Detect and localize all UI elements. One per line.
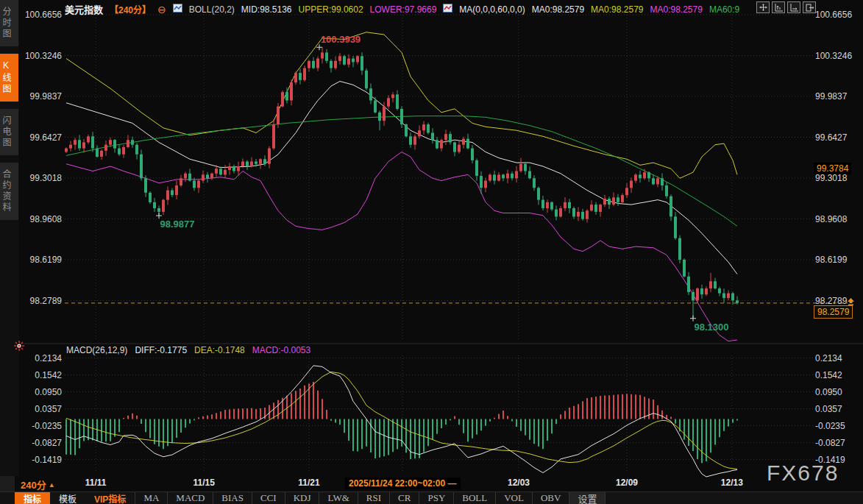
indicator-button-KDJ[interactable]: KDJ — [285, 492, 319, 504]
scale-horizontal-icon[interactable] — [787, 1, 800, 13]
x-axis: 240分▲ 11/1111/1511/212025/11/24 22:00~02… — [0, 475, 863, 491]
zoom-out-icon[interactable]: ⊖ — [157, 6, 166, 13]
indicator-button-LW&[interactable]: LW& — [319, 492, 357, 504]
toolbar-tab-VIP指标[interactable]: VIP指标 — [85, 492, 135, 504]
indicator-toolbar: 指标模板VIP指标MAMACDBIASCCIKDJLW&RSICRPSYBOLL… — [0, 491, 863, 504]
boll-mid-value: MID:98.5136 — [241, 4, 292, 15]
indicator-button-MA[interactable]: MA — [135, 492, 167, 504]
date-label: 11/15 — [193, 478, 215, 488]
ma-label: MA(0,0,0,60,0,0) — [459, 4, 525, 15]
indicator-icon[interactable] — [443, 4, 452, 15]
macd-axis-label: 0.2134 — [815, 353, 861, 363]
macd-axis-label: -0.1419 — [18, 455, 62, 465]
price-axis-label: 98.6199 — [18, 255, 62, 265]
window-controls — [756, 1, 816, 13]
overlay-lines — [66, 32, 737, 341]
sidebar-tab-flash-chart[interactable]: 闪电图 — [0, 109, 18, 155]
price-axis-label: 99.3018 — [815, 173, 861, 183]
macd-header: MACD(26,12,9) DIFF:-0.1775 DEA:-0.1748 M… — [66, 345, 310, 355]
indicator-icon[interactable] — [173, 4, 182, 15]
boll-upper-value: UPPER:99.0602 — [299, 4, 363, 15]
period-selector[interactable]: 240分▲ — [21, 478, 55, 491]
indicator-button-CR[interactable]: CR — [389, 492, 419, 504]
date-label: 11/21 — [298, 478, 319, 488]
date-label: 12/09 — [616, 478, 638, 488]
annotation-markers — [156, 44, 696, 321]
watermark: FX678 — [767, 461, 839, 486]
move-icon[interactable] — [756, 1, 770, 13]
candlestick-series — [65, 47, 739, 318]
alert-icon[interactable] — [14, 341, 24, 354]
macd-axis-label: 0.0357 — [18, 404, 62, 414]
price-axis-label: 98.2789 — [18, 296, 62, 306]
macd-axis-label: 0.0357 — [815, 404, 861, 414]
sidebar-tab-contract-info[interactable]: 合约资料 — [0, 163, 18, 220]
price-annotation: 98.1300 — [695, 322, 729, 333]
price-annotation: 98.9877 — [160, 219, 195, 230]
period-badge: 【240分】 — [110, 3, 151, 15]
toolbar-tab-指标[interactable]: 指标 — [15, 492, 50, 504]
price-annotation: 100.3939 — [321, 34, 361, 45]
indicator-button-设置[interactable]: 设置 — [569, 492, 605, 504]
price-axis-label: 98.6199 — [815, 255, 861, 265]
price-axis-label: 98.9608 — [815, 214, 861, 224]
ma60-line — [66, 116, 737, 227]
macd-axis-label: 0.0950 — [18, 387, 62, 397]
macd-dea-value: DEA:-0.1748 — [194, 345, 245, 355]
date-label: 11/11 — [85, 478, 107, 488]
boll-lower-value: LOWER:97.9669 — [370, 4, 437, 15]
indicator-button-VOL[interactable]: VOL — [495, 492, 532, 504]
symbol-title: 美元指数 — [65, 2, 103, 16]
macd-axis-label: -0.0235 — [18, 421, 62, 431]
toolbar-tab-模板[interactable]: 模板 — [50, 492, 85, 504]
macd-axis-label: 0.1542 — [18, 370, 62, 380]
ma60-value: MA60:9 — [709, 4, 739, 15]
price-axis-label: 99.6427 — [18, 132, 62, 143]
macd-axis-label: -0.0827 — [815, 438, 861, 448]
indicator-button-CCI[interactable]: CCI — [252, 492, 285, 504]
ma0-value-1: MA0:98.2579 — [532, 4, 584, 15]
trading-terminal: 美元指数 【240分】 ⊖ BOLL(20,2) MID:98.5136 UPP… — [0, 0, 863, 504]
ma0-value-3: MA0:98.2579 — [650, 4, 703, 15]
chart-canvas — [0, 0, 863, 504]
price-axis-label: 100.6656 — [18, 10, 62, 20]
boll-upper-line — [66, 32, 737, 179]
indicator-button-MACD[interactable]: MACD — [167, 492, 213, 504]
price-axis-label: 100.3246 — [815, 51, 861, 61]
indicator-button-BIAS[interactable]: BIAS — [213, 492, 252, 504]
macd-histogram — [66, 382, 737, 463]
price-axis-label: 100.6656 — [815, 10, 861, 20]
gridlines — [19, 15, 863, 472]
sidebar-tab-kline-chart[interactable]: K线图 — [0, 54, 18, 102]
last-price-badge: 98.2579 — [814, 305, 853, 319]
price-axis-label: 99.3018 — [18, 173, 62, 183]
macd-axis-label: -0.0827 — [18, 438, 62, 448]
sidebar-tab-time-chart[interactable]: 分时图 — [0, 0, 18, 46]
price-axis-label: 99.6427 — [815, 132, 861, 143]
macd-axis-label: 0.2134 — [18, 353, 62, 363]
ma0-value-2: MA0:98.2579 — [591, 4, 643, 15]
scale-vertical-icon[interactable] — [772, 1, 785, 13]
high-marker-badge: 99.3784 — [814, 163, 851, 174]
macd-label: MACD(26,12,9) — [66, 345, 127, 355]
price-axis-label: 100.3246 — [18, 51, 62, 61]
price-axis-label: 99.9837 — [815, 91, 861, 102]
popout-icon[interactable] — [803, 1, 816, 13]
macd-diff-value: DIFF:-0.1775 — [135, 345, 187, 355]
price-axis-label: 99.9837 — [18, 91, 62, 102]
boll-label: BOLL(20,2) — [189, 4, 235, 15]
indicator-button-PSY[interactable]: PSY — [419, 492, 453, 504]
date-label: 12/13 — [721, 478, 743, 488]
indicator-button-BOLL[interactable]: BOLL — [453, 492, 495, 504]
date-label: 2025/11/24 22:00~02:00 — — [345, 478, 460, 489]
sidebar: 分时图K线图闪电图合约资料 — [0, 0, 19, 476]
macd-axis-label: 0.1542 — [815, 370, 861, 380]
macd-macd-value: MACD:-0.0053 — [252, 345, 310, 355]
chart-header: 美元指数 【240分】 ⊖ BOLL(20,2) MID:98.5136 UPP… — [65, 2, 739, 16]
price-axis-label: 98.9608 — [18, 214, 62, 224]
indicator-button-OBV[interactable]: OBV — [532, 492, 569, 504]
macd-axis-label: 0.0950 — [815, 387, 861, 397]
chevron-up-icon: ▲ — [49, 481, 55, 489]
macd-axis-label: -0.0235 — [815, 421, 861, 431]
indicator-button-RSI[interactable]: RSI — [358, 492, 389, 504]
